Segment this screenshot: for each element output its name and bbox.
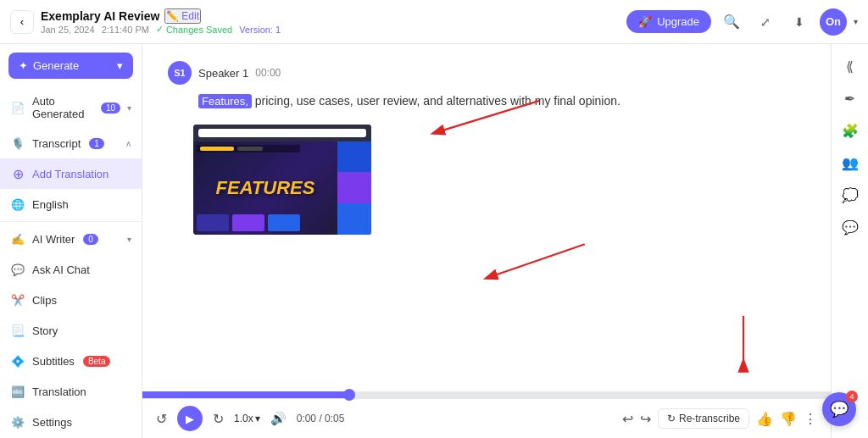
download-button[interactable]: ⬇ [786, 8, 813, 36]
sidebar-item-settings[interactable]: ⚙️ Settings [0, 407, 142, 437]
play-button[interactable]: ▶ [177, 406, 203, 431]
share-icon: ⤢ [760, 15, 771, 29]
users-icon: 👥 [842, 155, 859, 171]
sidebar-item-translation[interactable]: 🔤 Translation [0, 376, 142, 407]
auto-generated-caret: ▾ [127, 103, 131, 113]
topbar-right: 🚀 Upgrade 🔍 ⤢ ⬇ On ▾ [626, 8, 858, 36]
sidebar-item-english[interactable]: 🌐 English [0, 189, 142, 219]
edit-button[interactable]: ✏️ Edit [164, 8, 201, 24]
title-block: Exemplary AI Review ✏️ Edit Jan 25, 2024… [41, 8, 281, 35]
timeline[interactable] [142, 391, 831, 398]
sidebar-item-label: Clips [32, 294, 57, 307]
collapse-button[interactable]: ⟪ [837, 53, 864, 80]
comment-icon: 💭 [842, 187, 859, 203]
chat-icon: 💬 [842, 219, 859, 236]
topbar: ‹ Exemplary AI Review ✏️ Edit Jan 25, 20… [0, 0, 868, 44]
back-button[interactable]: ‹ [10, 10, 34, 34]
rocket-icon: 🚀 [638, 15, 652, 28]
meta-row: Jan 25, 2024 2:11:40 PM ✓ Changes Saved … [41, 24, 281, 35]
sidebar-item-label: Settings [32, 416, 72, 429]
sidebar-item-add-translation[interactable]: ⊕ Add Translation [0, 158, 142, 189]
main: ✦ Generate ▾ 📄 Auto Generated 10 ▾ 🎙️ Tr… [0, 44, 868, 438]
sidebar-item-transcript[interactable]: 🎙️ Transcript 1 ∧ [0, 128, 142, 158]
settings-icon: ⚙️ [10, 414, 25, 430]
avatar-caret-icon[interactable]: ▾ [854, 17, 858, 26]
chat-button[interactable]: 💬 [837, 213, 864, 241]
timeline-thumb [343, 389, 355, 401]
volume-button[interactable]: 🔊 [270, 411, 287, 426]
thumbs-up-button[interactable]: 👍 [756, 411, 773, 427]
retranscribe-button[interactable]: ↻ Re-transcribe [658, 408, 749, 429]
sidebar-item-label: Story [32, 324, 58, 337]
transcript-caret: ∧ [125, 139, 131, 148]
transcript-text: Features, pricing, use cases, user revie… [168, 91, 805, 111]
app: ‹ Exemplary AI Review ✏️ Edit Jan 25, 20… [0, 0, 868, 438]
transcript-badge: 1 [89, 138, 104, 149]
speaker-header: S1 Speaker 1 00:00 [168, 61, 805, 85]
puzzle-button[interactable]: 🧩 [837, 117, 864, 144]
generate-button[interactable]: ✦ Generate ▾ [8, 53, 133, 79]
thumbs-down-button[interactable]: 👎 [780, 411, 797, 427]
redo-button[interactable]: ↪ [640, 411, 651, 427]
users-button[interactable]: 👥 [837, 149, 864, 176]
highlighted-word: Features, [198, 94, 252, 108]
undo-button[interactable]: ↩ [622, 411, 633, 427]
auto-generated-badge: 10 [101, 103, 120, 114]
sidebar-item-ai-writer[interactable]: ✍️ AI Writer 0 ▾ [0, 224, 142, 254]
video-top-bar [193, 125, 371, 141]
speed-caret: ▾ [255, 413, 260, 424]
upgrade-button[interactable]: 🚀 Upgrade [626, 10, 711, 33]
ask-ai-chat-icon: 💬 [10, 262, 25, 277]
title-row: Exemplary AI Review ✏️ Edit [41, 8, 281, 24]
check-icon: ✓ [156, 24, 164, 35]
player-right: ↩ ↪ ↻ Re-transcribe 👍 👎 [622, 408, 817, 429]
thumbs-up-icon: 👍 [756, 412, 773, 426]
transcript-rest: pricing, use cases, user review, and alt… [252, 94, 620, 108]
sidebar-item-story[interactable]: 📃 Story [0, 315, 142, 346]
timeline-progress [142, 391, 349, 398]
chat-bubble-button[interactable]: 💬 4 [822, 392, 856, 426]
play-icon: ▶ [186, 413, 194, 425]
sidebar-item-label: Subtitles [32, 355, 75, 368]
redo-icon: ↪ [640, 411, 651, 427]
share-button[interactable]: ⤢ [752, 8, 779, 36]
time-display: 0:00 / 0:05 [297, 413, 345, 424]
search-button[interactable]: 🔍 [718, 8, 745, 36]
speed-button[interactable]: 1.0x ▾ [234, 413, 260, 424]
comment-button[interactable]: 💭 [837, 181, 864, 208]
fast-forward-icon: ↻ [213, 411, 224, 427]
sidebar-item-label: Transcript [32, 137, 81, 150]
collapse-icon: ⟪ [846, 58, 854, 75]
volume-icon: 🔊 [270, 411, 287, 425]
more-options-button[interactable]: ⋮ [804, 411, 817, 427]
transcript-area: S1 Speaker 1 00:00 Features, pricing, us… [142, 44, 831, 391]
back-icon: ‹ [20, 15, 24, 28]
auto-generated-icon: 📄 [10, 100, 25, 115]
ai-writer-icon: ✍️ [10, 231, 25, 247]
subtitles-badge: Beta [83, 356, 111, 367]
rewind-button[interactable]: ↺ [156, 411, 167, 427]
pen-tool-icon: ✒ [844, 91, 855, 107]
sidebar-item-label: English [32, 198, 69, 211]
sidebar-item-subtitles[interactable]: 💠 Subtitles Beta [0, 346, 142, 376]
svg-line-1 [487, 244, 585, 278]
avatar[interactable]: On [820, 8, 847, 36]
version-link[interactable]: Version: 1 [239, 25, 281, 35]
sidebar-item-ask-ai-chat[interactable]: 💬 Ask AI Chat [0, 254, 142, 285]
generate-icon: ✦ [19, 59, 28, 72]
generate-caret-icon: ▾ [117, 59, 123, 72]
ai-writer-badge: 0 [83, 234, 98, 245]
features-label: FEATURES [216, 177, 315, 199]
sidebar-item-label: Ask AI Chat [32, 263, 90, 276]
topbar-left: ‹ Exemplary AI Review ✏️ Edit Jan 25, 20… [10, 8, 626, 35]
document-title: Exemplary AI Review [41, 9, 159, 23]
retranscribe-icon: ↻ [667, 413, 676, 424]
right-panel: ⟪ ✒ 🧩 👥 💭 💬 [831, 44, 868, 438]
sidebar-item-clips[interactable]: ✂️ Clips [0, 285, 142, 315]
fast-forward-button[interactable]: ↻ [213, 411, 224, 427]
clips-icon: ✂️ [10, 292, 25, 308]
pen-tool-button[interactable]: ✒ [837, 85, 864, 112]
player: ↺ ▶ ↻ 1.0x ▾ 🔊 0:00 / 0:05 [142, 398, 831, 438]
translation-icon: 🔤 [10, 384, 25, 399]
sidebar-item-auto-generated[interactable]: 📄 Auto Generated 10 ▾ [0, 87, 142, 128]
